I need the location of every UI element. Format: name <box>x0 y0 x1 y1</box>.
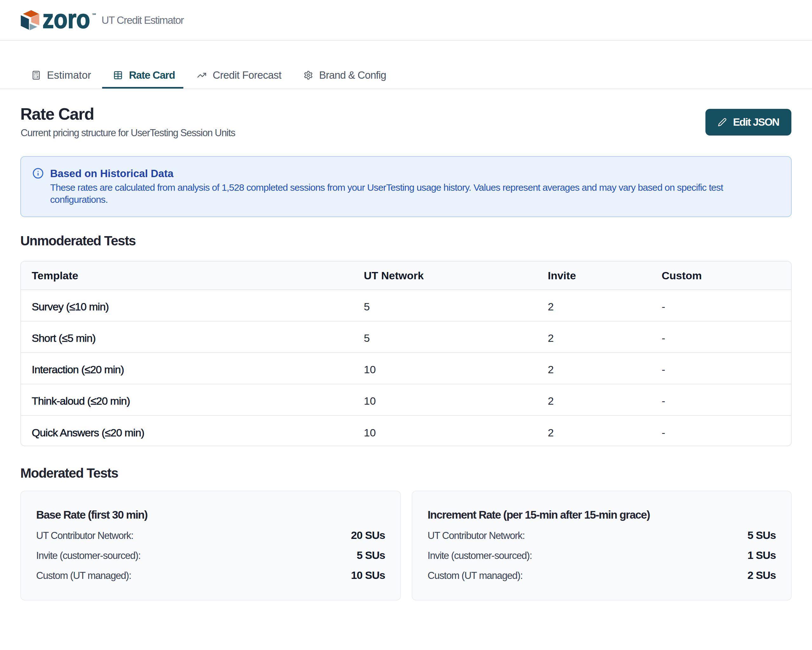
svg-text:zoro: zoro <box>43 9 90 31</box>
svg-text:SM: SM <box>92 13 96 15</box>
